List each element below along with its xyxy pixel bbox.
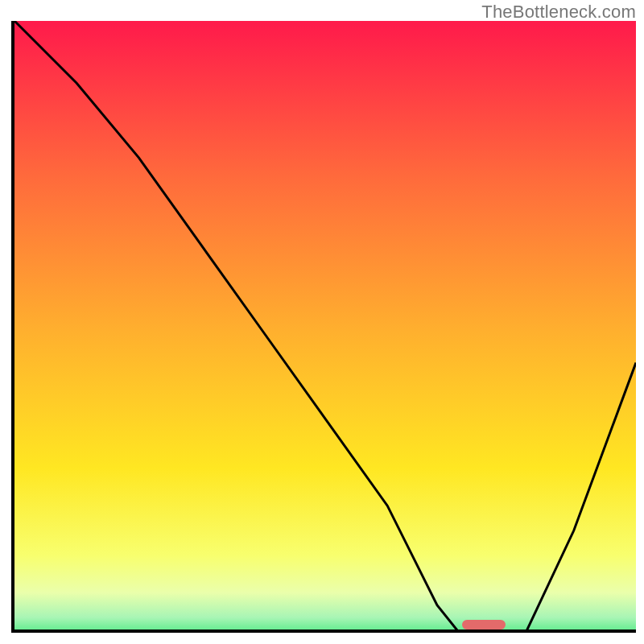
chart-container: TheBottleneck.com [0,0,644,644]
curve-line [14,21,636,633]
watermark-text: TheBottleneck.com [481,2,636,23]
optimum-marker [462,620,506,630]
plot-area [11,21,636,633]
